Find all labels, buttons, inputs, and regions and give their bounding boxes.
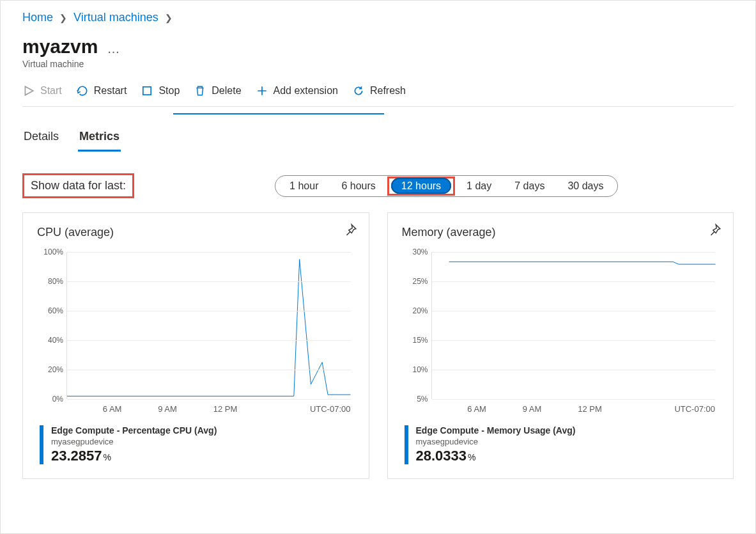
cpu-xaxis: 6 AM9 AM12 PMUTC-07:00 — [66, 404, 351, 414]
plus-icon — [256, 84, 268, 97]
tab-bar: Details Metrics — [22, 113, 734, 152]
restart-icon — [76, 84, 89, 97]
tab-metrics[interactable]: Metrics — [78, 123, 121, 152]
cpu-legend-value: 23.2857% — [51, 448, 217, 464]
memory-legend-title: Edge Compute - Memory Usage (Avg) — [416, 425, 576, 436]
time-option-1d[interactable]: 1 day — [456, 178, 502, 194]
page-title: myazvm — [22, 36, 98, 58]
refresh-button[interactable]: Refresh — [352, 84, 406, 97]
start-button: Start — [22, 84, 62, 97]
cpu-legend-subtitle: myasegpudevice — [51, 437, 217, 446]
chevron-right-icon: ❯ — [59, 13, 67, 23]
legend-color-swatch — [405, 425, 408, 464]
pin-button[interactable] — [343, 223, 357, 237]
cpu-legend-title: Edge Compute - Percentage CPU (Avg) — [51, 425, 217, 436]
tab-details[interactable]: Details — [22, 123, 60, 152]
resource-type-label: Virtual machine — [22, 59, 734, 69]
memory-legend-value: 28.0333% — [416, 448, 576, 464]
time-option-1h[interactable]: 1 hour — [279, 178, 328, 194]
stop-button[interactable]: Stop — [141, 84, 180, 97]
time-option-30d[interactable]: 30 days — [557, 178, 613, 194]
time-filter-row: Show data for last: 1 hour 6 hours 12 ho… — [22, 173, 734, 198]
cpu-card-title: CPU (average) — [37, 226, 355, 239]
svg-rect-1 — [143, 87, 151, 95]
delete-button[interactable]: Delete — [194, 84, 241, 97]
time-filter-label: Show data for last: — [22, 173, 134, 198]
memory-legend: Edge Compute - Memory Usage (Avg) myaseg… — [405, 425, 720, 464]
trash-icon — [194, 84, 206, 97]
legend-color-swatch — [40, 425, 43, 464]
time-option-7d[interactable]: 7 days — [504, 178, 555, 194]
refresh-icon — [352, 84, 365, 97]
add-extension-button[interactable]: Add extension — [256, 84, 338, 97]
more-actions-button[interactable]: … — [107, 38, 121, 56]
breadcrumb: Home ❯ Virtual machines ❯ — [22, 11, 734, 24]
pin-icon — [707, 223, 721, 237]
play-icon — [22, 84, 35, 97]
command-bar: Start Restart Stop Delete Add extension … — [22, 81, 734, 107]
time-range-selector: 1 hour 6 hours 12 hours 1 day 7 days 30 … — [275, 175, 618, 197]
cpu-metric-card: CPU (average) 100%80%60%40%20%0% 6 AM9 A… — [22, 212, 369, 479]
memory-metric-card: Memory (average) 30%25%20%15%10%5% 6 AM9… — [387, 212, 734, 479]
memory-xaxis: 6 AM9 AM12 PMUTC-07:00 — [431, 404, 716, 414]
breadcrumb-home[interactable]: Home — [22, 11, 53, 24]
memory-card-title: Memory (average) — [402, 226, 720, 239]
time-option-6h[interactable]: 6 hours — [331, 178, 385, 194]
restart-button[interactable]: Restart — [76, 84, 127, 97]
cpu-legend: Edge Compute - Percentage CPU (Avg) myas… — [40, 425, 355, 464]
pin-icon — [343, 223, 357, 237]
progress-indicator — [173, 113, 384, 114]
time-option-12h[interactable]: 12 hours — [391, 178, 451, 194]
pin-button[interactable] — [707, 223, 721, 237]
svg-marker-0 — [25, 86, 33, 95]
chevron-right-icon: ❯ — [165, 13, 173, 23]
memory-legend-subtitle: myasegpudevice — [416, 437, 576, 446]
stop-icon — [141, 84, 153, 97]
breadcrumb-virtual-machines[interactable]: Virtual machines — [73, 11, 158, 24]
cpu-chart: 100%80%60%40%20%0% — [66, 252, 351, 399]
memory-chart: 30%25%20%15%10%5% — [431, 252, 716, 399]
